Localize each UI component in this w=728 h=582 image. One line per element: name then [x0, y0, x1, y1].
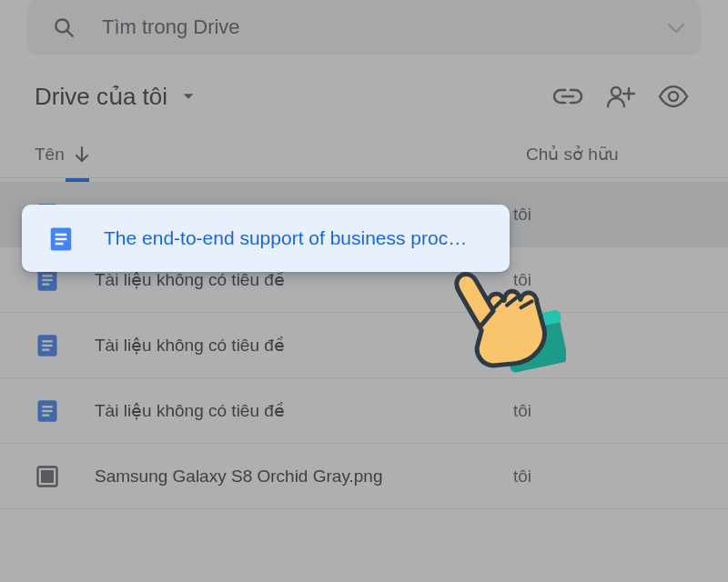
file-name: Tài liệu không có tiêu đề: [95, 400, 513, 421]
file-owner: tôi: [513, 205, 531, 225]
svg-rect-17: [42, 340, 53, 342]
svg-rect-13: [42, 275, 53, 276]
file-owner: tôi: [513, 467, 531, 487]
svg-rect-21: [42, 406, 53, 407]
svg-rect-27: [56, 234, 67, 236]
svg-rect-19: [42, 348, 49, 350]
get-link-button[interactable]: [548, 76, 588, 116]
file-name: Samsung Galaxy S8 Orchid Gray.png: [95, 467, 513, 487]
svg-point-6: [669, 92, 678, 101]
sort-arrow-down-icon[interactable]: [74, 146, 90, 164]
svg-rect-15: [42, 283, 49, 285]
svg-rect-29: [56, 243, 64, 246]
drive-location-button[interactable]: Drive của tôi: [35, 83, 167, 111]
google-doc-icon: [35, 398, 60, 424]
file-name: Tài liệu không có tiêu đề: [95, 335, 513, 356]
column-headers: Tên Chủ sở hữu: [0, 125, 728, 178]
highlighted-file-name: The end-to-end support of business proc…: [104, 227, 467, 249]
column-name-label: Tên: [35, 145, 65, 165]
file-row[interactable]: Tài liệu không có tiêu đề tôi: [0, 378, 728, 444]
svg-rect-22: [42, 409, 53, 411]
chevron-down-icon[interactable]: [180, 88, 197, 105]
google-doc-icon: [35, 333, 60, 358]
svg-rect-23: [42, 414, 49, 416]
drive-app: Tìm trong Drive Drive của tôi: [0, 0, 728, 582]
column-name[interactable]: Tên: [35, 144, 526, 165]
file-row[interactable]: Tài liệu không có tiêu đề tôi: [0, 313, 728, 378]
column-owner[interactable]: Chủ sở hữu: [526, 144, 693, 165]
file-owner: tôi: [513, 336, 531, 356]
svg-line-1: [67, 31, 73, 36]
svg-point-3: [612, 87, 621, 96]
search-options-icon[interactable]: [644, 7, 684, 47]
image-file-icon: [35, 464, 60, 489]
share-button[interactable]: [601, 76, 641, 116]
svg-rect-14: [42, 278, 53, 280]
preview-button[interactable]: [653, 76, 693, 116]
file-row[interactable]: Samsung Galaxy S8 Orchid Gray.png tôi: [0, 444, 728, 509]
location-toolbar: Drive của tôi: [0, 55, 728, 125]
file-name: Tài liệu không có tiêu đề: [95, 269, 513, 290]
highlighted-file-card[interactable]: The end-to-end support of business proc…: [22, 205, 510, 272]
google-doc-icon: [47, 226, 73, 251]
file-owner: tôi: [513, 270, 531, 290]
svg-rect-25: [41, 470, 54, 483]
svg-rect-28: [56, 238, 67, 241]
search-bar[interactable]: Tìm trong Drive: [27, 0, 701, 55]
search-input[interactable]: Tìm trong Drive: [102, 15, 626, 39]
search-icon[interactable]: [44, 7, 84, 47]
svg-rect-18: [42, 344, 53, 346]
file-owner: tôi: [513, 401, 531, 421]
